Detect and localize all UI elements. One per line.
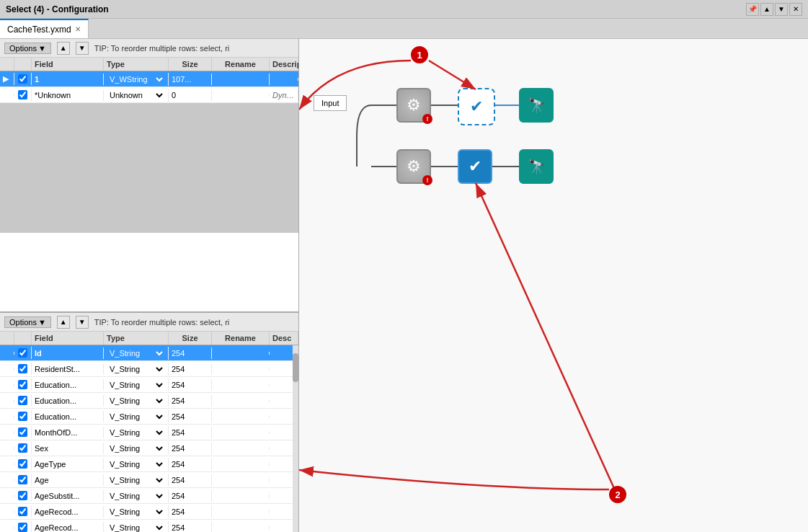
b-row-checkbox-9[interactable] <box>18 491 27 500</box>
size-input-1[interactable] <box>172 75 208 84</box>
b-rename-0[interactable] <box>212 352 270 355</box>
error-badge-1: ! <box>422 114 432 124</box>
check-node-1[interactable]: ✔ <box>458 88 495 125</box>
b-checkbox-cell-1[interactable] <box>14 363 32 375</box>
b-row-checkbox-7[interactable] <box>18 459 27 469</box>
b-row-checkbox-0[interactable] <box>18 348 27 358</box>
rename-input-1[interactable] <box>215 75 266 84</box>
move-up-button[interactable]: ▲ <box>760 3 773 16</box>
size-cell[interactable] <box>169 74 212 85</box>
b-rename-11[interactable] <box>212 526 270 529</box>
b-type-2[interactable]: V_String <box>104 378 169 391</box>
row2-checkbox[interactable] <box>18 90 27 99</box>
b-rename-6[interactable] <box>212 447 270 450</box>
b-checkbox-cell-10[interactable] <box>14 505 32 518</box>
b-rename-1[interactable] <box>212 368 270 371</box>
b-row-checkbox-11[interactable] <box>18 523 27 532</box>
b-type-10[interactable]: V_String <box>104 505 169 518</box>
b-type-4[interactable]: V_String <box>104 410 169 423</box>
rename-cell[interactable] <box>212 74 270 85</box>
b-rename-5[interactable] <box>212 431 270 434</box>
options-button-bottom[interactable]: Options ▼ <box>4 316 51 328</box>
type-cell-2[interactable]: Unknown <box>104 89 169 102</box>
b-type-select-2[interactable]: V_String <box>107 380 165 390</box>
b-type-11[interactable]: V_String <box>104 521 169 533</box>
b-row-checkbox-1[interactable] <box>18 364 27 373</box>
b-type-select-6[interactable]: V_String <box>107 443 165 453</box>
b-rename-10[interactable] <box>212 510 270 513</box>
row1-checkbox[interactable] <box>18 74 27 84</box>
gear-node-2[interactable]: ⚙ ! <box>396 149 431 184</box>
b-rename-2[interactable] <box>212 384 270 386</box>
b-type-select-4[interactable]: V_String <box>107 412 165 422</box>
scrollbar-thumb[interactable] <box>293 353 298 382</box>
b-rename-3[interactable] <box>212 399 270 402</box>
b-row-checkbox-4[interactable] <box>18 412 27 421</box>
b-type-9[interactable]: V_String <box>104 489 169 502</box>
tab-close-icon[interactable]: ✕ <box>75 25 81 33</box>
b-checkbox-cell-3[interactable] <box>14 394 32 407</box>
b-type-select-11[interactable]: V_String <box>107 523 165 533</box>
b-rename-4[interactable] <box>212 415 270 418</box>
b-type-select-3[interactable]: V_String <box>107 396 165 406</box>
b-checkbox-cell-8[interactable] <box>14 474 32 486</box>
type-cell[interactable]: V_WString <box>104 73 169 86</box>
options-button-top[interactable]: Options ▼ <box>4 43 51 54</box>
b-type-select-5[interactable]: V_String <box>107 427 165 438</box>
b-rename-7[interactable] <box>212 463 270 466</box>
browse-node-2[interactable]: 🔭 <box>519 149 554 184</box>
type-select-2[interactable]: Unknown <box>107 90 165 100</box>
b-type-select-7[interactable]: V_String <box>107 459 165 469</box>
sort-down-button-top[interactable]: ▼ <box>76 42 89 55</box>
sort-up-button-top[interactable]: ▲ <box>57 42 70 55</box>
b-expand-10 <box>0 510 14 513</box>
b-row-checkbox-5[interactable] <box>18 427 27 437</box>
check-node-2[interactable]: ✔ <box>458 149 492 184</box>
b-type-select-1[interactable]: V_String <box>107 364 165 374</box>
checkbox-cell[interactable] <box>14 73 32 85</box>
b-row-checkbox-2[interactable] <box>18 380 27 389</box>
b-rename-9[interactable] <box>212 495 270 497</box>
type-select-1[interactable]: V_WString <box>107 74 165 84</box>
checkbox-cell-2[interactable] <box>14 89 32 101</box>
rename-cell-2[interactable] <box>212 94 270 97</box>
b-row-checkbox-8[interactable] <box>18 475 27 484</box>
b-checkbox-cell-11[interactable] <box>14 521 32 532</box>
gear-node-1[interactable]: ⚙ ! <box>396 88 431 123</box>
scrollbar[interactable] <box>293 332 298 532</box>
b-type-3[interactable]: V_String <box>104 394 169 407</box>
tab-cachetest[interactable]: CacheTest.yxmd ✕ <box>0 19 89 38</box>
b-type-8[interactable]: V_String <box>104 474 169 487</box>
expand-cell[interactable]: ▶ <box>0 73 14 85</box>
b-type-7[interactable]: V_String <box>104 458 169 471</box>
b-type-1[interactable]: V_String <box>104 363 169 376</box>
header-type-top: Type <box>104 58 169 71</box>
b-expand-6 <box>0 447 14 450</box>
b-row-checkbox-3[interactable] <box>18 396 27 405</box>
b-type-select-10[interactable]: V_String <box>107 507 165 517</box>
b-checkbox-cell-2[interactable] <box>14 378 32 391</box>
b-type-0[interactable]: V_String <box>104 347 169 360</box>
b-type-5[interactable]: V_String <box>104 426 169 439</box>
b-row-checkbox-6[interactable] <box>18 443 27 453</box>
b-type-select-0[interactable]: V_String <box>107 348 165 358</box>
b-type-select-8[interactable]: V_String <box>107 475 165 485</box>
b-checkbox-cell-9[interactable] <box>14 489 32 502</box>
b-checkbox-cell-7[interactable] <box>14 458 32 470</box>
b-checkbox-cell-6[interactable] <box>14 442 32 454</box>
b-row-checkbox-10[interactable] <box>18 507 27 516</box>
b-checkbox-cell-0[interactable] <box>14 347 32 359</box>
sort-down-button-bottom[interactable]: ▼ <box>76 316 89 329</box>
field-cell-2: *Unknown <box>32 89 104 101</box>
b-checkbox-cell-5[interactable] <box>14 426 32 438</box>
b-rename-8[interactable] <box>212 479 270 482</box>
move-down-button[interactable]: ▼ <box>775 3 788 16</box>
sort-up-button-bottom[interactable]: ▲ <box>57 316 70 329</box>
pin-button[interactable]: 📌 <box>746 3 759 16</box>
input-node[interactable]: Input <box>314 95 347 111</box>
close-button[interactable]: ✕ <box>789 3 802 16</box>
browse-node-1[interactable]: 🔭 <box>519 88 554 123</box>
b-type-6[interactable]: V_String <box>104 442 169 455</box>
b-checkbox-cell-4[interactable] <box>14 410 32 422</box>
b-type-select-9[interactable]: V_String <box>107 491 165 501</box>
